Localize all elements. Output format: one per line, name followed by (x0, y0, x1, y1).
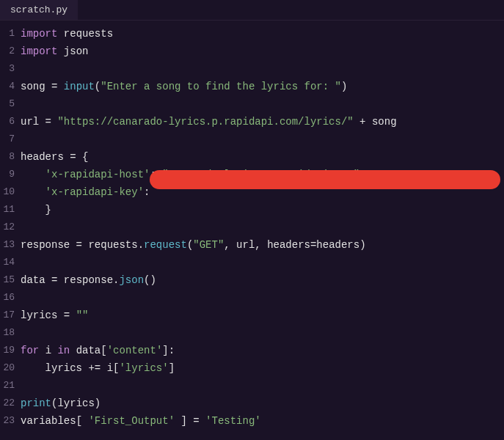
code-area[interactable]: import requests import json song = input… (21, 25, 504, 430)
line-number: 19 (0, 342, 15, 359)
code-line: response = requests.request("GET", url, … (21, 236, 504, 254)
line-number: 15 (0, 271, 15, 289)
code-line: song = input("Enter a song to find the l… (21, 78, 504, 95)
line-number: 22 (0, 395, 15, 412)
code-line (21, 60, 504, 78)
line-number: 13 (0, 236, 15, 254)
code-line: for i in data['content']: (21, 342, 504, 359)
line-number: 17 (0, 307, 15, 324)
line-number: 10 (0, 183, 15, 201)
line-number-gutter: 1 2 3 4 5 6 7 8 9 10 11 12 13 14 15 16 1… (0, 25, 21, 430)
line-number: 9 (0, 166, 15, 183)
file-tab[interactable]: scratch.py (0, 0, 78, 20)
line-number: 2 (0, 43, 15, 60)
code-line: headers = { (21, 148, 504, 166)
line-number: 1 (0, 25, 15, 43)
code-line: import json (21, 43, 504, 60)
code-line (21, 377, 504, 395)
code-editor[interactable]: 1 2 3 4 5 6 7 8 9 10 11 12 13 14 15 16 1… (0, 21, 504, 430)
line-number: 21 (0, 377, 15, 395)
code-line: url = "https://canarado-lyrics.p.rapidap… (21, 113, 504, 131)
line-number: 18 (0, 324, 15, 342)
code-line: } (21, 201, 504, 219)
code-line: lyrics += i['lyrics'] (21, 359, 504, 377)
line-number: 5 (0, 95, 15, 113)
code-line (21, 289, 504, 307)
code-line: lyrics = "" (21, 307, 504, 324)
tab-filename: scratch.py (10, 4, 67, 15)
line-number: 16 (0, 289, 15, 307)
line-number: 8 (0, 148, 15, 166)
code-line: data = response.json() (21, 271, 504, 289)
code-line (21, 254, 504, 271)
line-number: 4 (0, 78, 15, 95)
line-number: 20 (0, 359, 15, 377)
line-number: 11 (0, 201, 15, 219)
redaction-mark (150, 170, 500, 189)
code-line: import requests (21, 25, 504, 43)
line-number: 6 (0, 113, 15, 131)
line-number: 12 (0, 219, 15, 236)
code-line: variables[ 'First_Output' ] = 'Testing' (21, 412, 504, 430)
tab-bar: scratch.py (0, 0, 504, 21)
code-line (21, 324, 504, 342)
code-line (21, 219, 504, 236)
code-line: print(lyrics) (21, 395, 504, 412)
code-line (21, 131, 504, 148)
line-number: 3 (0, 60, 15, 78)
line-number: 7 (0, 131, 15, 148)
code-line (21, 95, 504, 113)
line-number: 23 (0, 412, 15, 430)
line-number: 14 (0, 254, 15, 271)
